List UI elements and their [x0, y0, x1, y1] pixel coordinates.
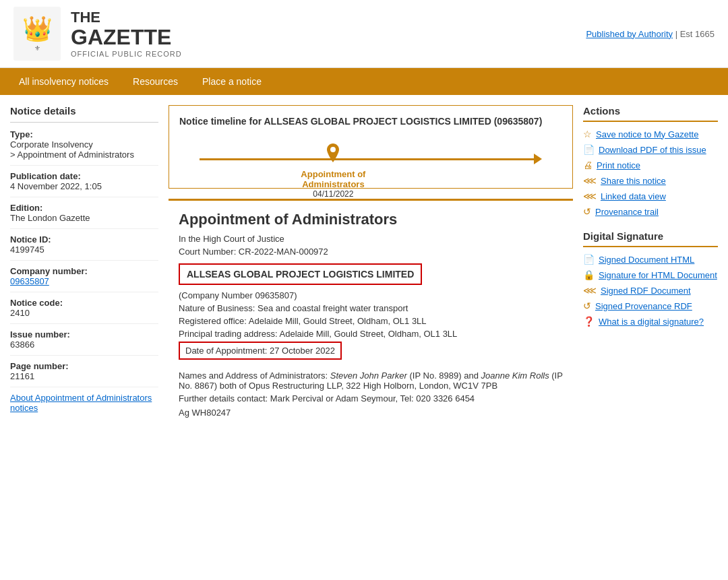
- svg-point-3: [330, 147, 336, 152]
- sidebar-noticecode-label: Notice code:: [10, 298, 158, 308]
- notice-date-of-appointment: Date of Appointment: 27 October 2022: [179, 342, 342, 360]
- notice-principal-trading: Principal trading address: Adelaide Mill…: [179, 329, 563, 339]
- sidebar-issuenum-value: 63866: [10, 340, 158, 350]
- timeline-line: Appointment of Administrators 04/11/2022: [200, 154, 542, 164]
- sidebar-pubdate-section: Publication date: 4 November 2022, 1:05: [10, 171, 158, 197]
- actions-title: Actions: [583, 105, 718, 122]
- signed-provenance-icon: ↺: [583, 300, 591, 311]
- sidebar-type-label: Type:: [10, 129, 158, 139]
- logo-gazette: GAZETTE: [71, 26, 182, 49]
- notice-ag-ref: Ag WH80247: [179, 408, 563, 418]
- sidebar-title: Notice details: [10, 105, 158, 123]
- notice-company-number: (Company Number 09635807): [179, 290, 563, 300]
- admin1-name: Steven John Parker: [330, 370, 407, 381]
- sidebar-issuenum-label: Issue number:: [10, 329, 158, 340]
- notice-administrators: Names and Address of Administrators: Ste…: [179, 370, 563, 391]
- timeline-event-date: 04/11/2022: [313, 189, 353, 199]
- notice-court-number: Court Number: CR-2022-MAN-000972: [179, 247, 563, 257]
- digital-signature-title: Digital Signature: [583, 230, 718, 247]
- sidebar-noticecode-section: Notice code: 2410: [10, 298, 158, 324]
- logo-official: OFFICIAL PUBLIC RECORD: [71, 50, 182, 58]
- main-navbar: All insolvency notices Resources Place a…: [0, 68, 728, 95]
- ds-signed-rdf: ⋘ Signed RDF Document: [583, 285, 718, 296]
- action-provenance: ↺ Provenance trail: [583, 206, 718, 217]
- linked-data-icon: ⋘: [583, 191, 597, 201]
- sidebar-type-value1: Corporate Insolvency: [10, 139, 158, 150]
- action-share-notice: ⋘ Share this notice: [583, 175, 718, 186]
- header-left: 👑 ⚜ THE GAZETTE OFFICIAL PUBLIC RECORD: [13, 7, 182, 61]
- main-container: Notice details Type: Corporate Insolvenc…: [0, 95, 728, 438]
- nav-all-insolvency[interactable]: All insolvency notices: [7, 68, 121, 95]
- admin2-name: Joanne Kim Rolls: [481, 370, 549, 381]
- sidebar-noticecode-value: 2410: [10, 308, 158, 318]
- published-by-link[interactable]: Published by Authority: [586, 29, 673, 39]
- timeline-arrow-icon: [534, 154, 542, 164]
- sidebar-about-link[interactable]: About Appointment of Administrators noti…: [10, 393, 152, 413]
- admin-prefix: Names and Address of Administrators:: [179, 370, 330, 381]
- signed-rdf-icon: ⋘: [583, 285, 597, 296]
- provenance-link[interactable]: Provenance trail: [595, 207, 659, 217]
- provenance-icon: ↺: [583, 206, 591, 217]
- sidebar-companynum-label: Company number:: [10, 266, 158, 276]
- signed-rdf-link[interactable]: Signed RDF Document: [601, 286, 691, 296]
- notice-registered-office: Registered office: Adelaide Mill, Gould …: [179, 316, 563, 326]
- signed-provenance-link[interactable]: Signed Provenance RDF: [595, 301, 692, 311]
- timeline-title: Notice timeline for ALLSEAS GLOBAL PROJE…: [179, 116, 562, 127]
- svg-text:👑: 👑: [22, 14, 53, 43]
- sidebar-pagenum-value: 21161: [10, 371, 158, 381]
- signature-html-link[interactable]: Signature for HTML Document: [599, 270, 717, 280]
- sidebar-noticeid-label: Notice ID:: [10, 234, 158, 245]
- map-pin-icon: [325, 143, 341, 164]
- print-notice-link[interactable]: Print notice: [597, 160, 640, 170]
- ds-signed-provenance: ↺ Signed Provenance RDF: [583, 300, 718, 311]
- sidebar-pubdate-label: Publication date:: [10, 171, 158, 181]
- nav-resources[interactable]: Resources: [121, 68, 190, 95]
- signed-html-icon: 📄: [583, 254, 595, 265]
- sidebar-companynum-section: Company number: 09635807: [10, 266, 158, 292]
- timeline-bar: Appointment of Administrators 04/11/2022: [200, 158, 534, 160]
- download-pdf-link[interactable]: Download PDF of this issue: [599, 145, 706, 155]
- question-icon: ❓: [583, 316, 595, 327]
- site-header: 👑 ⚜ THE GAZETTE OFFICIAL PUBLIC RECORD P…: [0, 0, 728, 68]
- what-is-sig-link[interactable]: What is a digital signature?: [599, 317, 704, 327]
- action-download-pdf: 📄 Download PDF of this issue: [583, 144, 718, 155]
- share-notice-link[interactable]: Share this notice: [601, 176, 666, 186]
- sidebar-edition-label: Edition:: [10, 203, 158, 213]
- nav-place-notice[interactable]: Place a notice: [190, 68, 274, 95]
- ds-signature-html: 🔒 Signature for HTML Document: [583, 269, 718, 280]
- notice-title: Appointment of Administrators: [179, 211, 563, 228]
- notice-company-name: ALLSEAS GLOBAL PROJECT LOGISTICS LIMITED: [179, 263, 422, 285]
- actions-section: Actions ☆ Save notice to My Gazette 📄 Do…: [583, 105, 718, 217]
- header-authority: Published by Authority | Est 1665: [586, 29, 715, 39]
- sidebar-pagenum-section: Page number: 21161: [10, 361, 158, 387]
- sidebar-about-section: About Appointment of Administrators noti…: [10, 393, 158, 413]
- notice-court: In the High Court of Justice: [179, 234, 563, 244]
- ds-what-is: ❓ What is a digital signature?: [583, 316, 718, 327]
- print-icon: 🖨: [583, 160, 593, 170]
- star-icon: ☆: [583, 129, 592, 139]
- admin1-ip: (IP No. 8989) and: [407, 370, 481, 381]
- digital-signature-section: Digital Signature 📄 Signed Document HTML…: [583, 230, 718, 327]
- timeline-node: Appointment of Administrators 04/11/2022: [301, 143, 365, 199]
- sidebar-companynum-link[interactable]: 09635807: [10, 276, 49, 286]
- sidebar-noticeid-value: 4199745: [10, 245, 158, 255]
- action-print-notice: 🖨 Print notice: [583, 160, 718, 170]
- coat-of-arms-icon: 👑 ⚜: [13, 7, 61, 61]
- notice-content-box: Appointment of Administrators In the Hig…: [169, 199, 573, 428]
- linked-data-link[interactable]: Linked data view: [601, 191, 666, 201]
- save-notice-link[interactable]: Save notice to My Gazette: [596, 129, 698, 139]
- lock-icon: 🔒: [583, 269, 595, 280]
- sidebar-type-value2: > Appointment of Administrators: [10, 150, 158, 160]
- timeline-box: Notice timeline for ALLSEAS GLOBAL PROJE…: [169, 105, 573, 189]
- signed-html-link[interactable]: Signed Document HTML: [599, 255, 694, 265]
- sidebar-type-section: Type: Corporate Insolvency > Appointment…: [10, 129, 158, 166]
- gazette-logo: THE GAZETTE OFFICIAL PUBLIC RECORD: [71, 9, 182, 57]
- sidebar-pubdate-value: 4 November 2022, 1:05: [10, 181, 158, 191]
- notice-nature-of-business: Nature of Business: Sea and coastal frei…: [179, 303, 563, 313]
- sidebar-edition-value: The London Gazette: [10, 213, 158, 223]
- sidebar-edition-section: Edition: The London Gazette: [10, 203, 158, 229]
- action-save-notice: ☆ Save notice to My Gazette: [583, 129, 718, 139]
- notice-details-sidebar: Notice details Type: Corporate Insolvenc…: [10, 105, 158, 428]
- sidebar-pagenum-label: Page number:: [10, 361, 158, 371]
- est-text: | Est 1665: [675, 29, 715, 39]
